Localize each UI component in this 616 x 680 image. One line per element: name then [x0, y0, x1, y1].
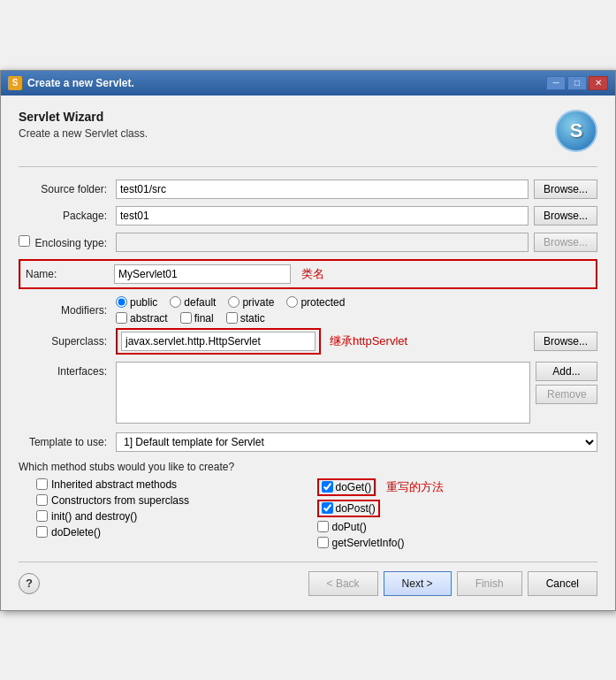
- stubs-left-column: Inherited abstract methods Constructors …: [36, 478, 317, 549]
- modifier-public: public: [116, 296, 157, 309]
- help-button[interactable]: ?: [19, 573, 40, 594]
- header-text: Servlet Wizard Create a new Servlet clas…: [19, 110, 148, 140]
- stubs-title: Which method stubs would you like to cre…: [19, 461, 597, 473]
- next-button[interactable]: Next >: [384, 571, 452, 596]
- superclass-content: 继承httpServlet Browse...: [116, 328, 597, 355]
- stub-doPost-row: doPost(): [317, 500, 598, 517]
- stub-doGet-checkbox[interactable]: [322, 481, 333, 493]
- package-browse-button[interactable]: Browse...: [534, 206, 597, 225]
- stub-getServletInfo: getServletInfo(): [317, 537, 598, 549]
- minimize-button[interactable]: ─: [546, 76, 566, 90]
- stub-doPut-checkbox[interactable]: [317, 521, 329, 532]
- modifier-abstract: abstract: [116, 312, 168, 325]
- modifier-private-radio[interactable]: [228, 296, 240, 308]
- stub-doGet-row: doGet() 重写的方法: [317, 478, 598, 496]
- nav-buttons: < Back Next > Finish Cancel: [308, 571, 597, 596]
- stub-getServletInfo-checkbox[interactable]: [317, 537, 329, 548]
- modifier-default: default: [170, 296, 216, 309]
- name-row-wrapper: Name: 类名: [19, 259, 597, 289]
- modifier-checkbox-group: abstract final static: [116, 312, 345, 325]
- modifiers-row: Modifiers: public default private: [19, 296, 597, 325]
- modifier-final: final: [180, 312, 214, 325]
- modifier-public-radio[interactable]: [116, 296, 127, 308]
- modifier-default-radio[interactable]: [170, 296, 181, 308]
- source-folder-row: Source folder: Browse...: [19, 180, 597, 199]
- wizard-logo: S: [555, 110, 597, 152]
- modifiers-options: public default private protected: [116, 296, 345, 325]
- modifier-static: static: [226, 312, 265, 325]
- modifier-final-checkbox[interactable]: [180, 312, 192, 324]
- package-row: Package: Browse...: [19, 206, 597, 225]
- close-button[interactable]: ✕: [589, 76, 608, 90]
- enclosing-type-row: Enclosing type: Browse...: [19, 233, 597, 252]
- stubs-section: Which method stubs would you like to cre…: [19, 461, 597, 549]
- remove-button[interactable]: Remove: [536, 385, 597, 404]
- header-separator: [19, 166, 597, 167]
- superclass-input[interactable]: [121, 332, 316, 351]
- interfaces-section: Interfaces: Add... Remove: [19, 362, 597, 424]
- stub-constructors: Constructors from superclass: [36, 494, 317, 507]
- stub-inherited: Inherited abstract methods: [36, 478, 317, 491]
- cancel-button[interactable]: Cancel: [528, 571, 597, 596]
- stub-init: init() and destroy(): [36, 510, 317, 523]
- finish-button[interactable]: Finish: [457, 571, 522, 596]
- doGet-wrapper: doGet(): [317, 478, 376, 496]
- source-folder-browse-button[interactable]: Browse...: [534, 180, 597, 199]
- source-folder-input[interactable]: [116, 180, 529, 199]
- name-row: Name: 类名: [26, 264, 590, 284]
- window-title: Create a new Servlet.: [27, 77, 134, 89]
- modifiers-label: Modifiers:: [19, 304, 116, 317]
- interfaces-buttons: Add... Remove: [536, 362, 597, 424]
- doPost-wrapper: doPost(): [317, 500, 380, 517]
- back-button[interactable]: < Back: [308, 571, 378, 596]
- interfaces-listbox[interactable]: [116, 362, 530, 424]
- modifier-abstract-checkbox[interactable]: [116, 312, 127, 324]
- template-label: Template to use:: [19, 436, 116, 448]
- superclass-label: Superclass:: [19, 335, 116, 348]
- template-select[interactable]: 1] Default template for Servlet: [116, 432, 597, 452]
- stub-init-checkbox[interactable]: [36, 510, 48, 522]
- name-label: Name:: [26, 268, 114, 280]
- stub-inherited-checkbox[interactable]: [36, 478, 48, 490]
- stubs-columns: Inherited abstract methods Constructors …: [19, 478, 597, 549]
- enclosing-type-input[interactable]: [116, 233, 529, 252]
- rewrite-annotation: 重写的方法: [386, 479, 444, 495]
- stub-doPost-checkbox[interactable]: [322, 502, 333, 514]
- window-icon: S: [8, 76, 22, 90]
- title-controls: ─ □ ✕: [546, 76, 608, 90]
- wizard-title: Servlet Wizard: [19, 110, 148, 124]
- class-annotation: 类名: [301, 266, 324, 282]
- button-bar: ? < Back Next > Finish Cancel: [19, 571, 597, 596]
- enclosing-type-checkbox[interactable]: [19, 235, 30, 247]
- superclass-box-wrapper: [116, 328, 321, 355]
- superclass-full-row: Superclass: 继承httpServlet Browse...: [19, 328, 597, 355]
- enclosing-type-label: Enclosing type:: [19, 235, 116, 249]
- interfaces-label: Interfaces:: [19, 365, 116, 424]
- stub-constructors-checkbox[interactable]: [36, 494, 48, 506]
- superclass-annotation: 继承httpServlet: [330, 333, 407, 349]
- package-input[interactable]: [116, 206, 529, 225]
- dialog-content: Servlet Wizard Create a new Servlet clas…: [1, 96, 615, 610]
- modifier-radio-group: public default private protected: [116, 296, 345, 309]
- template-row: Template to use: 1] Default template for…: [19, 432, 597, 452]
- stubs-right-column: doGet() 重写的方法 doPost() doPut(): [317, 478, 598, 549]
- package-label: Package:: [19, 210, 116, 222]
- modifier-static-checkbox[interactable]: [226, 312, 238, 324]
- maximize-button[interactable]: □: [567, 76, 587, 90]
- wizard-subtitle: Create a new Servlet class.: [19, 127, 148, 140]
- title-bar: S Create a new Servlet. ─ □ ✕: [1, 71, 615, 96]
- stub-doPut: doPut(): [317, 521, 598, 533]
- modifier-private: private: [228, 296, 274, 309]
- bottom-separator: [19, 562, 597, 562]
- name-input[interactable]: [114, 264, 291, 284]
- stub-doDelete: doDelete(): [36, 526, 317, 539]
- header-section: Servlet Wizard Create a new Servlet clas…: [19, 110, 597, 152]
- enclosing-type-browse-button[interactable]: Browse...: [534, 233, 597, 252]
- main-window: S Create a new Servlet. ─ □ ✕ Servlet Wi…: [0, 70, 616, 611]
- modifier-protected: protected: [286, 296, 345, 309]
- stub-doDelete-checkbox[interactable]: [36, 526, 48, 538]
- add-button[interactable]: Add...: [536, 362, 597, 381]
- modifier-protected-radio[interactable]: [286, 296, 298, 308]
- title-bar-left: S Create a new Servlet.: [8, 76, 134, 90]
- superclass-browse-button[interactable]: Browse...: [534, 332, 597, 351]
